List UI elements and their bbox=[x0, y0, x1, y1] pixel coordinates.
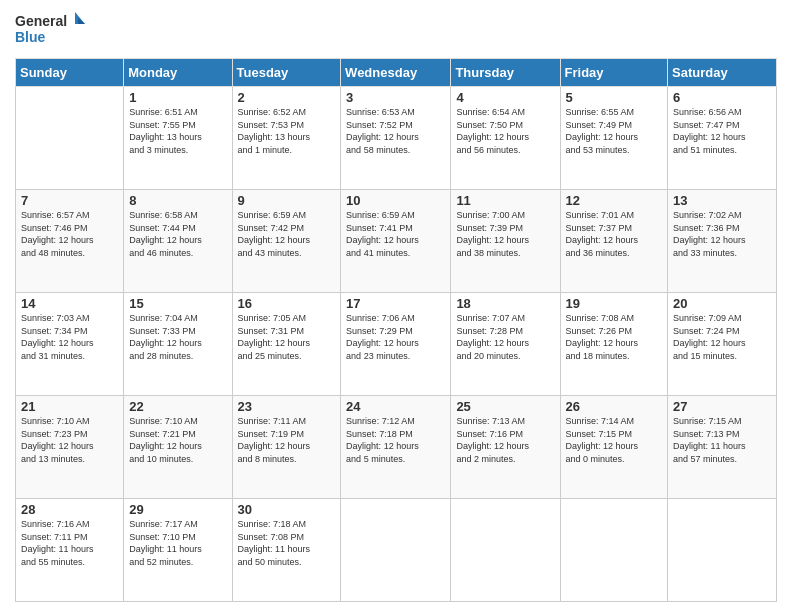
day-info: Sunrise: 7:10 AM Sunset: 7:23 PM Dayligh… bbox=[21, 415, 118, 465]
calendar-table: SundayMondayTuesdayWednesdayThursdayFrid… bbox=[15, 58, 777, 602]
calendar-cell: 14Sunrise: 7:03 AM Sunset: 7:34 PM Dayli… bbox=[16, 293, 124, 396]
calendar-day-header: Tuesday bbox=[232, 59, 341, 87]
calendar-cell: 3Sunrise: 6:53 AM Sunset: 7:52 PM Daylig… bbox=[341, 87, 451, 190]
day-info: Sunrise: 6:52 AM Sunset: 7:53 PM Dayligh… bbox=[238, 106, 336, 156]
calendar-cell: 26Sunrise: 7:14 AM Sunset: 7:15 PM Dayli… bbox=[560, 396, 668, 499]
day-number: 18 bbox=[456, 296, 554, 311]
calendar-cell bbox=[16, 87, 124, 190]
calendar-cell: 2Sunrise: 6:52 AM Sunset: 7:53 PM Daylig… bbox=[232, 87, 341, 190]
day-info: Sunrise: 6:51 AM Sunset: 7:55 PM Dayligh… bbox=[129, 106, 226, 156]
calendar-day-header: Thursday bbox=[451, 59, 560, 87]
calendar-week-row: 14Sunrise: 7:03 AM Sunset: 7:34 PM Dayli… bbox=[16, 293, 777, 396]
day-info: Sunrise: 7:14 AM Sunset: 7:15 PM Dayligh… bbox=[566, 415, 663, 465]
calendar-cell: 18Sunrise: 7:07 AM Sunset: 7:28 PM Dayli… bbox=[451, 293, 560, 396]
calendar-cell: 9Sunrise: 6:59 AM Sunset: 7:42 PM Daylig… bbox=[232, 190, 341, 293]
day-number: 16 bbox=[238, 296, 336, 311]
calendar-cell bbox=[668, 499, 777, 602]
calendar-cell: 7Sunrise: 6:57 AM Sunset: 7:46 PM Daylig… bbox=[16, 190, 124, 293]
calendar-cell: 11Sunrise: 7:00 AM Sunset: 7:39 PM Dayli… bbox=[451, 190, 560, 293]
calendar-cell: 16Sunrise: 7:05 AM Sunset: 7:31 PM Dayli… bbox=[232, 293, 341, 396]
day-number: 11 bbox=[456, 193, 554, 208]
calendar-cell: 27Sunrise: 7:15 AM Sunset: 7:13 PM Dayli… bbox=[668, 396, 777, 499]
day-number: 20 bbox=[673, 296, 771, 311]
day-number: 29 bbox=[129, 502, 226, 517]
svg-text:General: General bbox=[15, 13, 67, 29]
day-info: Sunrise: 7:16 AM Sunset: 7:11 PM Dayligh… bbox=[21, 518, 118, 568]
day-number: 13 bbox=[673, 193, 771, 208]
day-number: 17 bbox=[346, 296, 445, 311]
day-number: 30 bbox=[238, 502, 336, 517]
day-number: 1 bbox=[129, 90, 226, 105]
header: General Blue bbox=[15, 10, 777, 50]
day-info: Sunrise: 7:03 AM Sunset: 7:34 PM Dayligh… bbox=[21, 312, 118, 362]
day-info: Sunrise: 7:10 AM Sunset: 7:21 PM Dayligh… bbox=[129, 415, 226, 465]
calendar-day-header: Monday bbox=[124, 59, 232, 87]
calendar-cell bbox=[560, 499, 668, 602]
day-number: 8 bbox=[129, 193, 226, 208]
calendar-cell: 12Sunrise: 7:01 AM Sunset: 7:37 PM Dayli… bbox=[560, 190, 668, 293]
day-info: Sunrise: 6:57 AM Sunset: 7:46 PM Dayligh… bbox=[21, 209, 118, 259]
calendar-cell: 5Sunrise: 6:55 AM Sunset: 7:49 PM Daylig… bbox=[560, 87, 668, 190]
calendar-cell: 23Sunrise: 7:11 AM Sunset: 7:19 PM Dayli… bbox=[232, 396, 341, 499]
calendar-header-row: SundayMondayTuesdayWednesdayThursdayFrid… bbox=[16, 59, 777, 87]
calendar-cell: 15Sunrise: 7:04 AM Sunset: 7:33 PM Dayli… bbox=[124, 293, 232, 396]
calendar-day-header: Friday bbox=[560, 59, 668, 87]
day-number: 15 bbox=[129, 296, 226, 311]
day-info: Sunrise: 7:17 AM Sunset: 7:10 PM Dayligh… bbox=[129, 518, 226, 568]
day-number: 21 bbox=[21, 399, 118, 414]
day-info: Sunrise: 7:11 AM Sunset: 7:19 PM Dayligh… bbox=[238, 415, 336, 465]
calendar-day-header: Saturday bbox=[668, 59, 777, 87]
day-info: Sunrise: 7:00 AM Sunset: 7:39 PM Dayligh… bbox=[456, 209, 554, 259]
day-info: Sunrise: 7:15 AM Sunset: 7:13 PM Dayligh… bbox=[673, 415, 771, 465]
calendar-week-row: 28Sunrise: 7:16 AM Sunset: 7:11 PM Dayli… bbox=[16, 499, 777, 602]
day-number: 6 bbox=[673, 90, 771, 105]
day-info: Sunrise: 7:04 AM Sunset: 7:33 PM Dayligh… bbox=[129, 312, 226, 362]
day-info: Sunrise: 7:07 AM Sunset: 7:28 PM Dayligh… bbox=[456, 312, 554, 362]
day-number: 24 bbox=[346, 399, 445, 414]
day-info: Sunrise: 6:55 AM Sunset: 7:49 PM Dayligh… bbox=[566, 106, 663, 156]
calendar-cell: 8Sunrise: 6:58 AM Sunset: 7:44 PM Daylig… bbox=[124, 190, 232, 293]
day-info: Sunrise: 6:54 AM Sunset: 7:50 PM Dayligh… bbox=[456, 106, 554, 156]
day-number: 22 bbox=[129, 399, 226, 414]
calendar-cell: 30Sunrise: 7:18 AM Sunset: 7:08 PM Dayli… bbox=[232, 499, 341, 602]
calendar-day-header: Sunday bbox=[16, 59, 124, 87]
day-info: Sunrise: 7:08 AM Sunset: 7:26 PM Dayligh… bbox=[566, 312, 663, 362]
calendar-cell: 25Sunrise: 7:13 AM Sunset: 7:16 PM Dayli… bbox=[451, 396, 560, 499]
day-info: Sunrise: 7:09 AM Sunset: 7:24 PM Dayligh… bbox=[673, 312, 771, 362]
calendar-week-row: 1Sunrise: 6:51 AM Sunset: 7:55 PM Daylig… bbox=[16, 87, 777, 190]
calendar-cell: 29Sunrise: 7:17 AM Sunset: 7:10 PM Dayli… bbox=[124, 499, 232, 602]
day-number: 7 bbox=[21, 193, 118, 208]
calendar-cell: 6Sunrise: 6:56 AM Sunset: 7:47 PM Daylig… bbox=[668, 87, 777, 190]
calendar-cell: 13Sunrise: 7:02 AM Sunset: 7:36 PM Dayli… bbox=[668, 190, 777, 293]
day-number: 10 bbox=[346, 193, 445, 208]
day-number: 4 bbox=[456, 90, 554, 105]
day-info: Sunrise: 6:58 AM Sunset: 7:44 PM Dayligh… bbox=[129, 209, 226, 259]
day-number: 23 bbox=[238, 399, 336, 414]
day-number: 9 bbox=[238, 193, 336, 208]
calendar-cell: 17Sunrise: 7:06 AM Sunset: 7:29 PM Dayli… bbox=[341, 293, 451, 396]
day-info: Sunrise: 7:18 AM Sunset: 7:08 PM Dayligh… bbox=[238, 518, 336, 568]
calendar-cell: 21Sunrise: 7:10 AM Sunset: 7:23 PM Dayli… bbox=[16, 396, 124, 499]
logo-svg: General Blue bbox=[15, 10, 85, 50]
day-info: Sunrise: 6:59 AM Sunset: 7:42 PM Dayligh… bbox=[238, 209, 336, 259]
calendar-week-row: 21Sunrise: 7:10 AM Sunset: 7:23 PM Dayli… bbox=[16, 396, 777, 499]
day-number: 3 bbox=[346, 90, 445, 105]
day-info: Sunrise: 7:01 AM Sunset: 7:37 PM Dayligh… bbox=[566, 209, 663, 259]
calendar-cell: 20Sunrise: 7:09 AM Sunset: 7:24 PM Dayli… bbox=[668, 293, 777, 396]
calendar-cell: 22Sunrise: 7:10 AM Sunset: 7:21 PM Dayli… bbox=[124, 396, 232, 499]
day-number: 26 bbox=[566, 399, 663, 414]
day-info: Sunrise: 6:56 AM Sunset: 7:47 PM Dayligh… bbox=[673, 106, 771, 156]
day-info: Sunrise: 7:06 AM Sunset: 7:29 PM Dayligh… bbox=[346, 312, 445, 362]
calendar-cell: 28Sunrise: 7:16 AM Sunset: 7:11 PM Dayli… bbox=[16, 499, 124, 602]
svg-text:Blue: Blue bbox=[15, 29, 46, 45]
calendar-cell: 19Sunrise: 7:08 AM Sunset: 7:26 PM Dayli… bbox=[560, 293, 668, 396]
day-info: Sunrise: 7:13 AM Sunset: 7:16 PM Dayligh… bbox=[456, 415, 554, 465]
calendar-cell bbox=[341, 499, 451, 602]
calendar-cell: 24Sunrise: 7:12 AM Sunset: 7:18 PM Dayli… bbox=[341, 396, 451, 499]
day-number: 27 bbox=[673, 399, 771, 414]
day-number: 14 bbox=[21, 296, 118, 311]
day-info: Sunrise: 6:53 AM Sunset: 7:52 PM Dayligh… bbox=[346, 106, 445, 156]
day-number: 25 bbox=[456, 399, 554, 414]
page: General Blue SundayMondayTuesdayWednesda… bbox=[0, 0, 792, 612]
calendar-week-row: 7Sunrise: 6:57 AM Sunset: 7:46 PM Daylig… bbox=[16, 190, 777, 293]
